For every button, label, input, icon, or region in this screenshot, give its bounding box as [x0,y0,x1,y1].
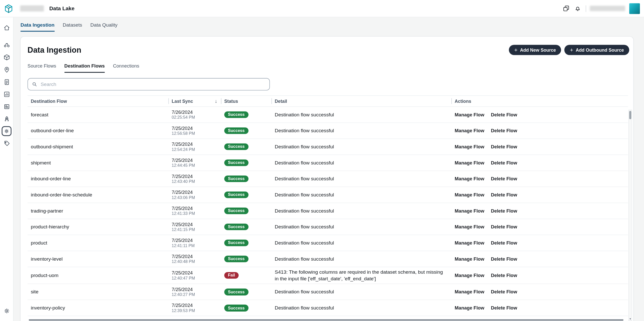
main-content: Data Ingestion Datasets Data Quality Dat… [14,17,644,321]
subtab-connections[interactable]: Connections [113,63,139,73]
table-row: product-hierarchy 7/25/2024 12:41:15 PM … [28,219,628,235]
sidebar-item-insights[interactable] [0,88,13,100]
delete-flow-link[interactable]: Delete Flow [491,290,517,294]
table-row: forecast 7/26/2024 02:25:54 PM Success D… [28,107,628,123]
last-sync-cell: 7/25/2024 12:40:47 PM [168,271,221,281]
add-outbound-source-button[interactable]: + Add Outbound Source [564,45,629,55]
last-sync-date: 7/25/2024 [172,287,221,292]
last-sync-date: 7/25/2024 [172,174,221,179]
manage-flow-link[interactable]: Manage Flow [455,128,484,133]
last-sync-time: 12:40:27 PM [172,292,221,297]
delete-flow-link[interactable]: Delete Flow [491,208,517,213]
column-destination-flow[interactable]: Destination Flow [28,96,169,106]
user-avatar[interactable] [629,3,640,14]
actions-cell: Manage Flow Delete Flow [451,144,628,149]
delete-flow-link[interactable]: Delete Flow [491,224,517,229]
top-bar: Data Lake [0,0,644,17]
destination-flows-table: Destination Flow Last Sync ↓ Status Deta… [28,95,628,316]
subtab-source-flows[interactable]: Source Flows [28,63,56,73]
status-badge: Success [224,224,248,230]
delete-flow-link[interactable]: Delete Flow [491,176,517,181]
column-detail[interactable]: Detail [271,96,451,106]
last-sync-cell: 7/25/2024 12:40:27 PM [168,287,221,297]
delete-flow-link[interactable]: Delete Flow [491,306,517,311]
subtab-destination-flows[interactable]: Destination Flows [64,63,105,73]
sidebar-item-plans[interactable] [0,76,13,88]
sidebar-item-demand-planning[interactable] [0,113,13,125]
tab-data-ingestion[interactable]: Data Ingestion [20,22,54,32]
sidebar-item-tags[interactable] [0,137,13,150]
tab-data-quality[interactable]: Data Quality [90,22,117,32]
sidebar-item-network[interactable] [0,63,13,75]
manage-flow-link[interactable]: Manage Flow [455,224,484,229]
column-last-sync[interactable]: Last Sync ↓ [168,96,221,106]
add-outbound-source-label: Add Outbound Source [576,48,624,52]
manage-flow-link[interactable]: Manage Flow [455,306,484,311]
last-sync-time: 12:41:11 PM [172,243,221,248]
delete-flow-link[interactable]: Delete Flow [491,160,517,165]
delete-flow-link[interactable]: Delete Flow [491,128,517,133]
manage-flow-link[interactable]: Manage Flow [455,208,484,213]
table-body: forecast 7/26/2024 02:25:54 PM Success D… [28,107,628,316]
vertical-scrollbar-thumb[interactable] [629,111,631,119]
horizontal-scrollbar-thumb[interactable] [29,319,623,321]
status-badge: Success [224,289,248,295]
sidebar-item-data-lake[interactable] [0,125,13,137]
sidebar-item-news[interactable] [0,100,13,113]
last-sync-cell: 7/25/2024 12:41:15 PM [168,222,221,232]
last-sync-date: 7/25/2024 [172,190,221,195]
detail-text: Destination flow successful [271,224,451,230]
manage-flow-link[interactable]: Manage Flow [455,257,484,261]
manage-flow-link[interactable]: Manage Flow [455,176,484,181]
table-row: outbound-order-line 7/25/2024 12:56:58 P… [28,123,628,139]
last-sync-date: 7/25/2024 [172,271,221,275]
detail-text: Destination flow successful [271,192,451,198]
sidebar-item-home[interactable] [0,21,13,34]
manage-flow-link[interactable]: Manage Flow [455,192,484,197]
binoculars-icon [3,41,10,48]
last-sync-cell: 7/25/2024 12:41:11 PM [168,238,221,248]
manage-flow-link[interactable]: Manage Flow [455,112,484,117]
sidebar-item-orders[interactable] [0,51,13,63]
layers-icon[interactable] [560,3,572,14]
actions-cell: Manage Flow Delete Flow [451,208,628,213]
search-box [28,78,270,90]
column-status[interactable]: Status [221,96,272,106]
actions-cell: Manage Flow Delete Flow [451,257,628,261]
delete-flow-link[interactable]: Delete Flow [491,192,517,197]
last-sync-date: 7/25/2024 [172,206,221,211]
destination-flow-name: trading-partner [28,208,169,214]
manage-flow-link[interactable]: Manage Flow [455,144,484,149]
package-icon [3,54,10,61]
delete-flow-link[interactable]: Delete Flow [491,273,517,278]
delete-flow-link[interactable]: Delete Flow [491,257,517,261]
delete-flow-link[interactable]: Delete Flow [491,240,517,245]
last-sync-cell: 7/25/2024 12:43:40 PM [168,174,221,184]
bell-icon[interactable] [572,3,583,14]
active-item-outline [2,126,12,136]
delete-flow-link[interactable]: Delete Flow [491,112,517,117]
add-new-source-label: Add New Source [520,48,556,52]
page-title: Data Ingestion [28,46,81,54]
detail-text: Destination flow successful [271,127,451,134]
search-input[interactable] [28,78,270,90]
last-sync-time: 12:44:45 PM [172,163,221,168]
sidebar-item-settings[interactable] [0,305,13,317]
status-cell: Fail [221,272,272,279]
manage-flow-link[interactable]: Manage Flow [455,240,484,245]
column-last-sync-label: Last Sync [172,99,193,104]
sort-descending-icon[interactable]: ↓ [215,98,217,104]
manage-flow-link[interactable]: Manage Flow [455,160,484,165]
delete-flow-link[interactable]: Delete Flow [491,144,517,149]
manage-flow-link[interactable]: Manage Flow [455,290,484,294]
sidebar-item-explore[interactable] [0,39,13,51]
detail-text: Destination flow successful [271,159,451,166]
tab-datasets[interactable]: Datasets [63,22,82,32]
last-sync-date: 7/25/2024 [172,238,221,243]
scroll-down-arrow-icon[interactable]: ▼ [629,318,632,320]
add-new-source-button[interactable]: + Add New Source [509,45,561,55]
app-logo-cube-icon[interactable] [3,3,14,14]
status-badge: Success [224,239,248,246]
status-cell: Success [221,175,272,182]
manage-flow-link[interactable]: Manage Flow [455,273,484,278]
